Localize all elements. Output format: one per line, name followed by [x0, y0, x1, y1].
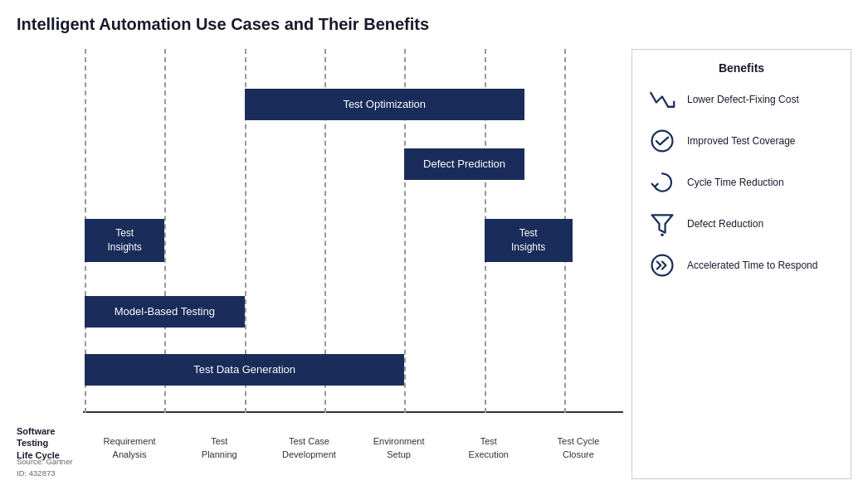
benefit-label: Accelerated Time to Respond — [687, 260, 817, 271]
benefit-item: Cycle Time Reduction — [646, 167, 837, 197]
benefit-item: Defect Reduction — [646, 209, 837, 239]
benefit-item: Improved Test Coverage — [646, 126, 837, 156]
circle-check-icon — [646, 126, 679, 156]
chart-down-icon — [646, 85, 679, 114]
gantt-bar: Model-Based Testing — [85, 296, 245, 328]
gantt-bar: Test Optimization — [245, 89, 524, 120]
phase-label: Test CycleClosure — [534, 435, 623, 461]
gantt-bar: TestInsights — [85, 219, 164, 262]
benefit-label: Lower Defect-Fixing Cost — [687, 94, 799, 105]
chart-area: SoftwareTestingLife Cycle Source: Gartne… — [17, 49, 623, 479]
content-area: SoftwareTestingLife Cycle Source: Gartne… — [17, 49, 851, 479]
phase-label: Test CaseDevelopment — [264, 435, 354, 461]
benefits-panel: Benefits Lower Defect-Fixing Cost Improv… — [631, 49, 851, 479]
svg-marker-1 — [652, 215, 673, 232]
gantt-bar: TestInsights — [485, 219, 573, 262]
gantt-bar: Test Data Generation — [85, 354, 404, 386]
double-arrow-icon — [646, 250, 679, 280]
gantt-bar: Defect Prediction — [404, 148, 524, 180]
benefits-title: Benefits — [646, 61, 837, 75]
phase-label: TestExecution — [444, 435, 534, 461]
phase-label: EnvironmentSetup — [354, 435, 444, 461]
phase-label: RequirementAnalysis — [85, 435, 174, 461]
funnel-icon — [646, 209, 679, 239]
page-title: Intelligent Automation Use Cases and The… — [17, 15, 851, 34]
benefit-item: Accelerated Time to Respond — [646, 250, 837, 280]
svg-point-3 — [652, 255, 673, 276]
svg-point-0 — [652, 131, 673, 152]
phase-labels: RequirementAnalysisTestPlanningTest Case… — [85, 435, 623, 461]
benefit-label: Defect Reduction — [687, 218, 763, 230]
benefit-label: Improved Test Coverage — [687, 135, 796, 147]
cycle-icon — [646, 167, 679, 197]
source-label: Source: Gartner ID: 432873 — [17, 456, 73, 480]
svg-point-2 — [661, 234, 664, 237]
main-container: Intelligent Automation Use Cases and The… — [0, 0, 868, 495]
benefit-label: Cycle Time Reduction — [687, 177, 784, 188]
benefit-item: Lower Defect-Fixing Cost — [646, 85, 837, 114]
benefits-list: Lower Defect-Fixing Cost Improved Test C… — [646, 85, 837, 280]
phase-label: TestPlanning — [174, 435, 264, 461]
